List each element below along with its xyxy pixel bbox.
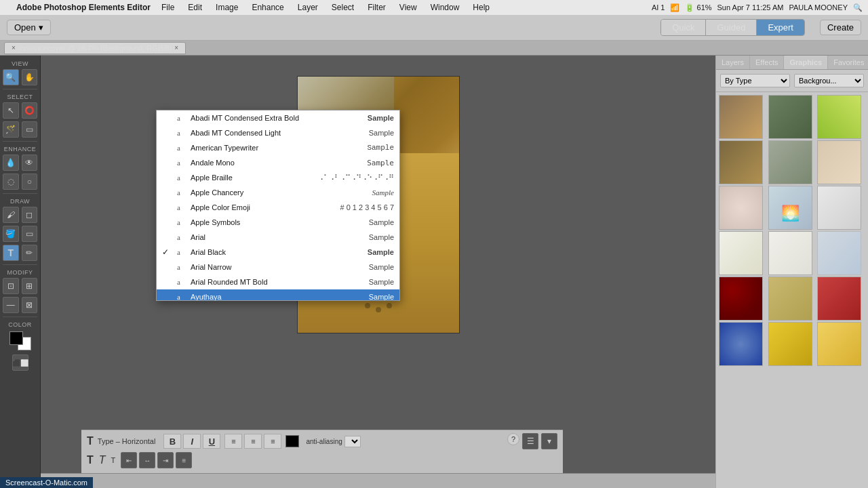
expand-button[interactable]: ▾ — [541, 433, 557, 449]
create-button[interactable]: Create — [820, 20, 861, 35]
font-item-apple-chancery[interactable]: a Apple Chancery Sample — [157, 185, 399, 200]
eraser-tool[interactable]: ◻ — [22, 207, 38, 223]
menu-filter[interactable]: Filter — [365, 3, 389, 12]
graphics-thumb-12[interactable] — [817, 231, 861, 275]
help-button[interactable]: ? — [507, 433, 519, 445]
font-type-icon: a — [176, 127, 186, 138]
menu-enhance[interactable]: Enhance — [249, 3, 286, 12]
font-item-apple-symbols[interactable]: a Apple Symbols Sample — [157, 215, 399, 230]
tab-layers[interactable]: Layers — [716, 56, 750, 69]
pen-tool[interactable]: ✏ — [22, 245, 38, 261]
lasso-tool[interactable]: ⭕ — [22, 102, 38, 119]
list-options-button[interactable]: ☰ — [522, 433, 538, 449]
color-squares[interactable] — [9, 331, 31, 350]
font-item-arial-narrow[interactable]: a Arial Narrow Sample — [157, 260, 399, 274]
text-tool[interactable]: T — [3, 245, 19, 261]
font-item-arial[interactable]: a Arial Sample — [157, 230, 399, 245]
graphics-thumb-1[interactable] — [719, 95, 763, 139]
graphics-thumb-13[interactable] — [719, 277, 763, 321]
tab-expert[interactable]: Expert — [757, 20, 804, 35]
foreground-color-swatch[interactable] — [9, 331, 23, 345]
menu-select[interactable]: Select — [329, 3, 357, 12]
blur-tool[interactable]: ◌ — [3, 174, 19, 190]
underline-button[interactable]: U — [203, 434, 220, 449]
search-icon[interactable]: 🔍 — [853, 3, 863, 12]
font-item-apple-color-emoji[interactable]: a Apple Color Emoji # 0 1 2 3 4 5 6 7 — [157, 200, 399, 215]
doc-tab-close[interactable]: × — [12, 44, 16, 52]
shape-tool[interactable]: ▭ — [22, 226, 38, 242]
font-type-icon: a — [176, 277, 186, 287]
text-right-align-btn[interactable]: ⇥ — [157, 452, 174, 468]
open-button[interactable]: Open ▾ — [7, 20, 51, 35]
time-display: Sun Apr 7 11:25 AM — [717, 3, 784, 12]
font-item-abadi-bold[interactable]: a Abadi MT Condensed Extra Bold Sample — [157, 110, 399, 125]
font-item-arial-black[interactable]: ✓ a Arial Black Sample — [157, 245, 399, 260]
menubar-right: AI 1 📶 🔋 61% Sun Apr 7 11:25 AM PAULA MO… — [652, 3, 863, 12]
transform-tool[interactable]: ⊠ — [22, 297, 38, 313]
recompose-tool[interactable]: ⊞ — [22, 278, 38, 294]
sponge-tool[interactable]: ○ — [22, 174, 38, 190]
graphics-thumb-15b[interactable] — [817, 322, 861, 366]
font-item-ayuthaya[interactable]: a Ayuthaya Sample — [157, 289, 399, 300]
text-justify-btn[interactable]: ≡ — [176, 452, 192, 468]
graphics-thumb-10[interactable] — [719, 231, 763, 275]
zoom-tool[interactable]: 🔍 — [3, 69, 19, 85]
align-right-button[interactable]: ≡ — [264, 434, 281, 449]
text-color-indicator[interactable] — [285, 435, 299, 447]
menu-file[interactable]: File — [159, 3, 177, 12]
graphics-thumb-13b[interactable] — [768, 277, 812, 321]
italic-button[interactable]: I — [183, 434, 201, 449]
move-tool[interactable]: ↖ — [3, 102, 19, 119]
menu-view[interactable]: View — [397, 3, 420, 12]
graphics-thumb-3[interactable] — [817, 95, 861, 139]
menu-layer[interactable]: Layer — [295, 3, 321, 12]
align-center-button[interactable]: ≡ — [244, 434, 262, 449]
doc-tab-label: romancecover @ 16.7% (Background, RGB/8) — [18, 44, 172, 52]
font-item-abadi-light[interactable]: a Abadi MT Condensed Light Sample — [157, 125, 399, 140]
brush-tool[interactable]: 🖌 — [3, 207, 19, 223]
straighten-tool[interactable]: — — [3, 297, 19, 313]
graphics-thumb-5[interactable] — [768, 140, 812, 184]
filter-by-type-select[interactable]: By Type — [720, 74, 790, 87]
graphics-thumb-15[interactable] — [768, 322, 812, 366]
selection-tool[interactable]: ▭ — [22, 121, 38, 138]
red-eye-tool[interactable]: 👁 — [22, 155, 38, 171]
menu-window[interactable]: Window — [428, 3, 462, 12]
hand-tool[interactable]: ✋ — [22, 69, 38, 85]
text-center-align-btn[interactable]: ↔ — [139, 452, 155, 468]
tab-guided[interactable]: Guided — [706, 20, 757, 35]
eyedropper-tool[interactable]: 💧 — [3, 155, 19, 171]
graphics-thumb-14b[interactable] — [719, 322, 763, 366]
font-item-arial-rounded[interactable]: a Arial Rounded MT Bold Sample — [157, 274, 399, 289]
magic-wand-tool[interactable]: 🪄 — [3, 121, 19, 138]
crop-tool[interactable]: ⊡ — [3, 278, 19, 294]
graphics-thumb-7[interactable] — [719, 186, 763, 230]
menu-edit[interactable]: Edit — [185, 3, 205, 12]
graphics-thumb-2[interactable] — [768, 95, 812, 139]
menu-image[interactable]: Image — [213, 3, 241, 12]
graphics-thumb-9[interactable] — [817, 186, 861, 230]
graphics-thumb-4[interactable] — [719, 140, 763, 184]
text-left-align-btn[interactable]: ⇤ — [121, 452, 137, 468]
tab-quick[interactable]: Quick — [661, 20, 706, 35]
font-item-american-typewriter[interactable]: a American Typewriter Sample — [157, 140, 399, 155]
document-tab[interactable]: × romancecover @ 16.7% (Background, RGB/… — [4, 42, 186, 54]
tab-effects[interactable]: Effects — [750, 56, 784, 69]
font-item-andale-mono[interactable]: a Andale Mono Sample — [157, 155, 399, 170]
doc-tab-close2[interactable]: × — [174, 44, 178, 52]
default-colors-icon[interactable]: ⬛⬜ — [12, 354, 28, 371]
filter-background-select[interactable]: Backgrou... — [794, 74, 864, 87]
tab-favorites[interactable]: Favorites — [828, 56, 868, 69]
anti-alias-dropdown[interactable] — [344, 436, 361, 447]
font-item-apple-braille[interactable]: a Apple Braille ⠠⠁⠠⠃⠠⠉⠠⠙⠠⠑⠠⠋⠠⠛ — [157, 170, 399, 185]
graphics-thumb-6[interactable] — [817, 140, 861, 184]
menu-help[interactable]: Help — [470, 3, 492, 12]
svg-text:a: a — [177, 263, 180, 271]
paint-bucket-tool[interactable]: 🪣 — [3, 226, 19, 242]
tab-graphics[interactable]: Graphics — [784, 56, 828, 69]
align-left-button[interactable]: ≡ — [224, 434, 242, 449]
graphics-thumb-8[interactable]: 🌅 — [768, 186, 812, 230]
graphics-thumb-14[interactable] — [817, 277, 861, 321]
graphics-thumb-11[interactable] — [768, 231, 812, 275]
bold-button[interactable]: B — [163, 434, 181, 449]
